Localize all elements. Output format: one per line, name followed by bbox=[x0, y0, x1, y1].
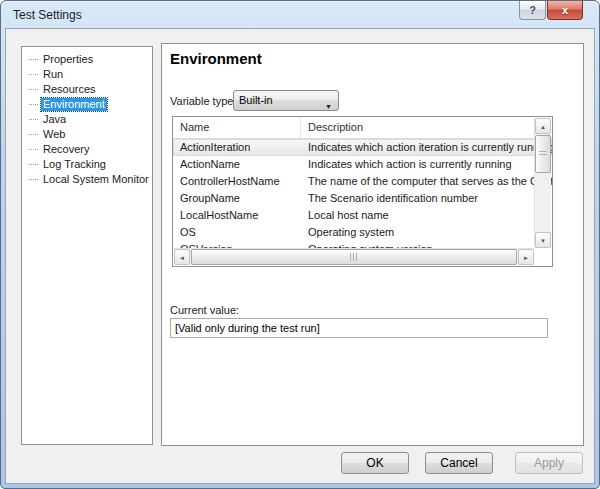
column-header-description[interactable]: Description bbox=[301, 117, 552, 138]
close-icon[interactable]: x bbox=[547, 1, 583, 20]
tree-item[interactable]: Environment bbox=[22, 97, 152, 112]
tree-connector bbox=[29, 89, 38, 90]
chevron-down-icon: ▼ bbox=[325, 97, 332, 116]
tree-item[interactable]: Run bbox=[22, 67, 152, 82]
tree-connector bbox=[29, 119, 38, 120]
scroll-up-icon[interactable]: ▲ bbox=[535, 118, 551, 134]
tree-item[interactable]: Resources bbox=[22, 82, 152, 97]
tree-item-label[interactable]: Log Tracking bbox=[41, 158, 108, 171]
cell-description: Operating system bbox=[301, 224, 552, 241]
variable-type-dropdown[interactable]: Built-in ▼ bbox=[233, 90, 339, 111]
cell-name: ActionName bbox=[173, 156, 301, 173]
table-row[interactable]: ActionName Indicates which action is cur… bbox=[173, 156, 552, 173]
vertical-scroll-thumb[interactable] bbox=[535, 135, 551, 173]
help-icon[interactable]: ? bbox=[519, 1, 546, 20]
tree-item-label[interactable]: Resources bbox=[41, 83, 98, 96]
cell-name: ActionIteration bbox=[173, 139, 301, 156]
scroll-thumb-grip bbox=[539, 151, 547, 157]
cell-description: Indicates which action is currently runn… bbox=[301, 156, 552, 173]
test-settings-dialog: Test Settings ? x Properties Run Resourc… bbox=[0, 0, 600, 489]
tree-connector bbox=[29, 164, 38, 165]
current-value-label: Current value: bbox=[170, 304, 239, 316]
tree-connector bbox=[29, 149, 38, 150]
cell-name: OS bbox=[173, 224, 301, 241]
cell-description: Indicates which action iteration is curr… bbox=[301, 139, 552, 156]
tree-item-label[interactable]: Java bbox=[41, 113, 68, 126]
page-title: Environment bbox=[170, 50, 262, 67]
table-row[interactable]: ControllerHostName The name of the compu… bbox=[173, 173, 552, 190]
tree-item[interactable]: Log Tracking bbox=[22, 157, 152, 172]
tree-item-label[interactable]: Environment bbox=[41, 98, 107, 111]
tree-item-label[interactable]: Run bbox=[41, 68, 65, 81]
tree-item-label[interactable]: Web bbox=[41, 128, 67, 141]
column-header-name[interactable]: Name bbox=[173, 117, 301, 138]
horizontal-scrollbar[interactable]: ◄ ► bbox=[174, 248, 534, 265]
horizontal-scroll-thumb[interactable] bbox=[191, 249, 517, 265]
tree-connector bbox=[29, 59, 38, 60]
table-header: Name Description bbox=[173, 117, 552, 139]
cell-description: Local host name bbox=[301, 207, 552, 224]
apply-button[interactable]: Apply bbox=[515, 452, 583, 474]
table-row[interactable]: OS Operating system bbox=[173, 224, 552, 241]
scroll-down-icon[interactable]: ▼ bbox=[535, 232, 551, 248]
variables-table: Name Description ActionIteration Indicat… bbox=[172, 116, 553, 267]
tree-connector bbox=[29, 74, 38, 75]
table-row[interactable]: ActionIteration Indicates which action i… bbox=[173, 139, 552, 156]
tree-item[interactable]: Recovery bbox=[22, 142, 152, 157]
cell-name: GroupName bbox=[173, 190, 301, 207]
tree-connector bbox=[29, 134, 38, 135]
cell-description: The Scenario identification number bbox=[301, 190, 552, 207]
tree-item[interactable]: Properties bbox=[22, 52, 152, 67]
tree-item[interactable]: Local System Monitor bbox=[22, 172, 152, 187]
tree-item[interactable]: Java bbox=[22, 112, 152, 127]
tree-connector bbox=[29, 104, 38, 105]
vertical-scrollbar[interactable]: ▲ ▼ bbox=[534, 118, 551, 248]
cell-name: LocalHostName bbox=[173, 207, 301, 224]
horizontal-scroll-track[interactable] bbox=[190, 249, 518, 265]
tree-item-label[interactable]: Local System Monitor bbox=[41, 173, 151, 186]
current-value-input[interactable] bbox=[170, 318, 548, 338]
scroll-right-icon[interactable]: ► bbox=[518, 249, 534, 265]
scroll-left-icon[interactable]: ◄ bbox=[174, 249, 190, 265]
variable-type-label: Variable type: bbox=[170, 95, 236, 107]
table-row[interactable]: LocalHostName Local host name bbox=[173, 207, 552, 224]
cancel-button[interactable]: Cancel bbox=[425, 452, 493, 474]
tree-item-label[interactable]: Properties bbox=[41, 53, 95, 66]
variable-type-value: Built-in bbox=[239, 94, 273, 106]
ok-button[interactable]: OK bbox=[341, 452, 409, 474]
tree-item[interactable]: Web bbox=[22, 127, 152, 142]
table-rows: ActionIteration Indicates which action i… bbox=[173, 139, 552, 250]
tree-item-label[interactable]: Recovery bbox=[41, 143, 91, 156]
scroll-thumb-grip bbox=[350, 253, 358, 261]
cell-name: ControllerHostName bbox=[173, 173, 301, 190]
window-title: Test Settings bbox=[13, 8, 82, 22]
environment-panel: Environment Variable type: Built-in ▼ Na… bbox=[161, 43, 584, 446]
settings-tree: Properties Run Resources Environment Jav… bbox=[21, 46, 153, 445]
cell-description: The name of the computer that serves as … bbox=[301, 173, 552, 190]
table-row[interactable]: GroupName The Scenario identification nu… bbox=[173, 190, 552, 207]
tree-connector bbox=[29, 179, 38, 180]
